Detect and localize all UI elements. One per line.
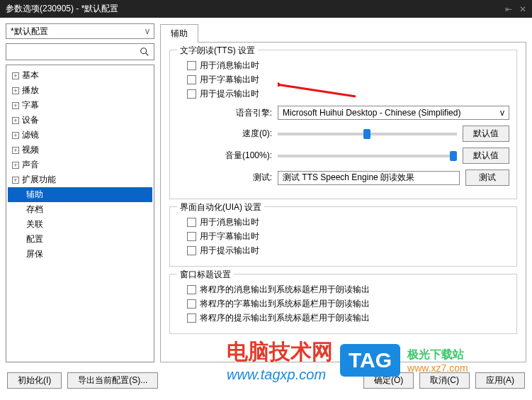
tree-label: 关联 <box>26 218 43 230</box>
group-title-tts: 文字朗读(TTS) 设置 <box>177 45 258 57</box>
search-icon <box>140 47 149 57</box>
checkbox[interactable] <box>187 299 196 309</box>
tree-label: 滤镜 <box>22 129 39 141</box>
speed-label: 速度(0) <box>180 128 272 140</box>
tree-label: 声音 <box>22 159 39 171</box>
chevron-down-icon: v <box>500 108 504 118</box>
engine-select[interactable]: Microsoft Huihui Desktop - Chinese (Simp… <box>278 106 509 120</box>
check-label: 用于消息输出时 <box>200 60 259 72</box>
expander-icon[interactable]: + <box>12 87 19 94</box>
check-row[interactable]: 用于提示输出时 <box>187 88 509 100</box>
tree-item-基本[interactable]: +基本 <box>8 68 152 83</box>
close-icon[interactable]: ✕ <box>519 4 526 14</box>
cancel-button[interactable]: 取消(C) <box>419 372 470 389</box>
apply-button[interactable]: 应用(A) <box>475 372 525 389</box>
checkbox[interactable] <box>187 75 196 84</box>
tree-label: 视频 <box>22 144 39 156</box>
tree-item-字幕[interactable]: +字幕 <box>8 98 152 113</box>
expander-icon[interactable]: + <box>12 132 19 139</box>
profile-selector[interactable]: *默认配置 v <box>6 23 154 39</box>
search-box[interactable] <box>6 43 154 60</box>
test-button[interactable]: 测试 <box>465 170 509 186</box>
checkbox[interactable] <box>187 285 196 294</box>
group-title-uia: 界面自动化(UIA) 设置 <box>177 201 264 213</box>
tree-label: 配置 <box>26 233 43 245</box>
profile-label: *默认配置 <box>11 26 48 38</box>
chevron-down-icon: v <box>145 26 149 36</box>
expander-icon[interactable]: + <box>12 177 19 184</box>
check-row[interactable]: 将程序的字幕输出到系统标题栏用于朗读输出 <box>187 298 509 310</box>
checkbox[interactable] <box>187 313 196 323</box>
group-title-settings: 窗口标题设置 将程序的消息输出到系统标题栏用于朗读输出将程序的字幕输出到系统标题… <box>169 274 517 334</box>
expander-icon[interactable]: + <box>12 147 19 154</box>
expander-icon[interactable]: + <box>12 102 19 109</box>
tree-label: 存档 <box>26 204 43 216</box>
check-label: 将程序的提示输出到系统标题栏用于朗读输出 <box>200 312 370 324</box>
search-input[interactable] <box>11 47 140 57</box>
group-tts: 文字朗读(TTS) 设置 用于消息输出时用于字幕输出时用于提示输出时 语音引擎 … <box>169 50 517 199</box>
category-tree: +基本+播放+字幕+设备+滤镜+视频+声音+扩展功能辅助存档关联配置屏保 <box>6 65 154 362</box>
check-row[interactable]: 用于字幕输出时 <box>187 230 509 243</box>
checkbox[interactable] <box>187 61 196 70</box>
test-label: 测试 <box>180 172 272 184</box>
checkbox[interactable] <box>187 232 196 241</box>
checkbox[interactable] <box>187 218 196 227</box>
svg-line-1 <box>146 53 149 56</box>
tree-label: 辅助 <box>26 189 43 201</box>
tree-label: 基本 <box>22 70 39 82</box>
checkbox[interactable] <box>187 89 196 99</box>
check-label: 将程序的消息输出到系统标题栏用于朗读输出 <box>200 284 370 296</box>
volume-label: 音量(100%) <box>180 150 272 162</box>
tree-label: 播放 <box>22 84 39 96</box>
check-row[interactable]: 将程序的提示输出到系统标题栏用于朗读输出 <box>187 312 509 324</box>
tree-item-辅助[interactable]: 辅助 <box>8 187 152 202</box>
tree-item-滤镜[interactable]: +滤镜 <box>8 128 152 143</box>
speed-slider[interactable] <box>278 133 457 135</box>
check-row[interactable]: 用于字幕输出时 <box>187 74 509 86</box>
engine-label: 语音引擎 <box>180 107 272 119</box>
check-label: 用于字幕输出时 <box>200 230 259 243</box>
check-label: 将程序的字幕输出到系统标题栏用于朗读输出 <box>200 298 370 310</box>
tree-label: 字幕 <box>22 99 39 111</box>
check-row[interactable]: 将程序的消息输出到系统标题栏用于朗读输出 <box>187 284 509 296</box>
check-label: 用于提示输出时 <box>200 88 259 100</box>
tree-label: 设备 <box>22 114 39 126</box>
tree-label: 屏保 <box>26 248 43 260</box>
check-label: 用于消息输出时 <box>200 216 259 228</box>
volume-default-button[interactable]: 默认值 <box>463 148 509 164</box>
window-title: 参数选项(230905) - *默认配置 <box>6 3 118 15</box>
check-label: 用于提示输出时 <box>200 245 259 257</box>
volume-slider[interactable] <box>278 155 457 157</box>
export-button[interactable]: 导出当前配置(S)... <box>67 372 158 389</box>
tree-item-声音[interactable]: +声音 <box>8 157 152 172</box>
init-button[interactable]: 初始化(I) <box>7 372 62 389</box>
expander-icon[interactable]: + <box>12 162 19 169</box>
tree-item-配置[interactable]: 配置 <box>8 232 152 247</box>
test-input-value: 测试 TTS Speech Engine 朗读效果 <box>283 172 414 184</box>
check-row[interactable]: 用于消息输出时 <box>187 60 509 72</box>
check-row[interactable]: 用于消息输出时 <box>187 216 509 228</box>
pin-icon[interactable]: ⇤ <box>505 4 512 14</box>
speed-default-button[interactable]: 默认值 <box>463 126 509 142</box>
group-title-window-title: 窗口标题设置 <box>177 269 234 281</box>
tree-item-存档[interactable]: 存档 <box>8 202 152 217</box>
ok-button[interactable]: 确定(O) <box>363 372 414 389</box>
check-label: 用于字幕输出时 <box>200 74 259 86</box>
tree-item-视频[interactable]: +视频 <box>8 143 152 157</box>
tree-item-关联[interactable]: 关联 <box>8 217 152 232</box>
expander-icon[interactable]: + <box>12 117 19 124</box>
expander-icon[interactable]: + <box>12 72 19 79</box>
tree-item-设备[interactable]: +设备 <box>8 113 152 128</box>
tree-label: 扩展功能 <box>22 174 56 186</box>
svg-point-0 <box>141 48 147 54</box>
group-uia: 界面自动化(UIA) 设置 用于消息输出时用于字幕输出时用于提示输出时 <box>169 206 517 267</box>
engine-value: Microsoft Huihui Desktop - Chinese (Simp… <box>283 108 460 118</box>
checkbox[interactable] <box>187 246 196 255</box>
tree-item-播放[interactable]: +播放 <box>8 83 152 98</box>
test-input[interactable]: 测试 TTS Speech Engine 朗读效果 <box>278 171 460 185</box>
tree-item-屏保[interactable]: 屏保 <box>8 247 152 262</box>
check-row[interactable]: 用于提示输出时 <box>187 245 509 257</box>
tab-assist[interactable]: 辅助 <box>160 24 198 43</box>
tree-item-扩展功能[interactable]: +扩展功能 <box>8 172 152 187</box>
